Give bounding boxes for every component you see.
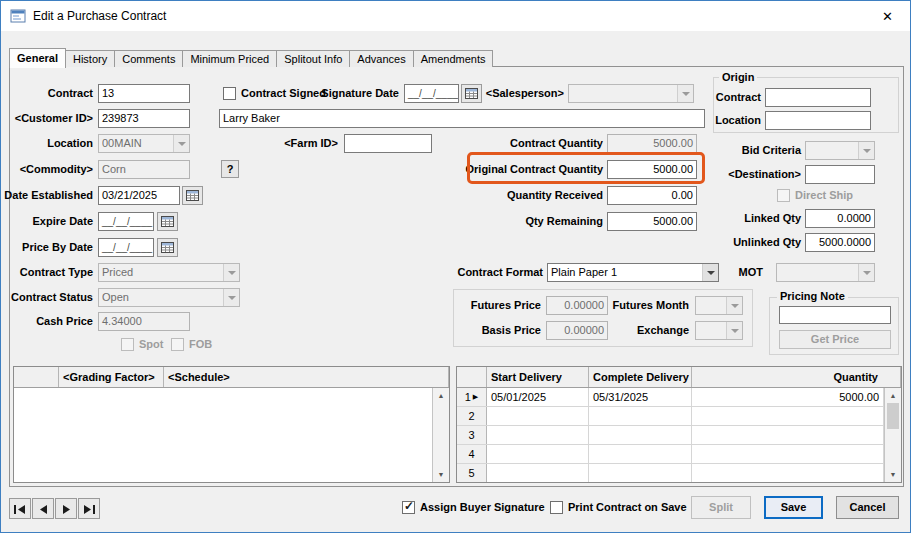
expire-date-input[interactable]: __/__/____ xyxy=(98,212,154,231)
nav-next-icon xyxy=(62,500,71,518)
complete-delivery-cell[interactable] xyxy=(589,407,692,425)
row-header[interactable]: 5 xyxy=(457,464,487,482)
pricing-note-input[interactable] xyxy=(779,306,891,324)
scroll-thumb[interactable] xyxy=(887,403,899,429)
futures-month-label: Futures Month xyxy=(607,296,689,315)
grading-grid-header: <Grading Factor> <Schedule> xyxy=(14,367,449,388)
complete-delivery-cell[interactable]: 05/31/2025 xyxy=(589,388,692,406)
direct-ship-checkbox xyxy=(777,189,790,202)
delivery-row[interactable]: 1▶ 05/01/2025 05/31/2025 5000.00 xyxy=(457,388,884,407)
tab-minimum-priced[interactable]: Minimum Priced xyxy=(182,50,277,67)
nav-next-button[interactable] xyxy=(55,498,77,519)
tab-history[interactable]: History xyxy=(65,50,115,67)
tab-splitout-info[interactable]: Splitout Info xyxy=(276,50,350,67)
origin-contract-input[interactable] xyxy=(765,88,871,107)
scroll-track[interactable] xyxy=(433,403,449,467)
complete-delivery-cell[interactable] xyxy=(589,426,692,444)
expire-date-calendar-button[interactable] xyxy=(157,212,178,231)
tab-comments[interactable]: Comments xyxy=(114,50,183,67)
scroll-up-icon[interactable]: ▲ xyxy=(885,388,901,403)
close-button[interactable]: ✕ xyxy=(865,1,910,31)
contract-input[interactable]: 13 xyxy=(98,84,190,103)
grading-grid-body[interactable] xyxy=(14,388,449,483)
tab-amendments[interactable]: Amendments xyxy=(413,50,494,67)
customer-id-input[interactable]: 239873 xyxy=(98,109,190,128)
delivery-row[interactable]: 4 xyxy=(457,445,884,464)
nav-previous-button[interactable] xyxy=(32,498,54,519)
fob-label: FOB xyxy=(189,337,212,352)
tab-advances[interactable]: Advances xyxy=(349,50,413,67)
customer-name-input[interactable]: Larry Baker xyxy=(219,109,705,128)
location-combobox: 00MAIN xyxy=(98,134,190,153)
nav-first-button[interactable] xyxy=(9,498,31,519)
linked-qty-input[interactable]: 0.0000 xyxy=(805,209,875,228)
tab-general[interactable]: General xyxy=(9,48,66,68)
check-icon: ✓ xyxy=(404,499,414,513)
commodity-help-button[interactable]: ? xyxy=(221,160,239,178)
assign-buyer-signature-checkbox[interactable]: ✓ xyxy=(402,501,415,514)
delivery-row[interactable]: 5 xyxy=(457,464,884,483)
print-contract-on-save-checkbox[interactable] xyxy=(550,501,563,514)
customer-id-label: <Customer ID> xyxy=(0,109,93,128)
delivery-header-complete[interactable]: Complete Delivery xyxy=(589,367,692,387)
scroll-down-icon[interactable]: ▼ xyxy=(433,467,449,482)
row-header[interactable]: 1▶ xyxy=(457,388,487,406)
row-header[interactable]: 4 xyxy=(457,445,487,463)
scroll-up-icon[interactable]: ▲ xyxy=(433,388,449,403)
quantity-cell[interactable] xyxy=(692,407,884,425)
complete-delivery-cell[interactable] xyxy=(589,464,692,482)
contract-format-combobox[interactable]: Plain Paper 1 xyxy=(547,263,719,282)
destination-label: <Destination> xyxy=(713,165,801,184)
start-delivery-cell[interactable] xyxy=(487,407,589,425)
date-established-calendar-button[interactable] xyxy=(182,186,203,205)
signature-date-input[interactable]: __/__/____ xyxy=(404,84,459,103)
grading-header-schedule[interactable]: <Schedule> xyxy=(164,367,449,387)
scroll-track[interactable] xyxy=(885,429,901,467)
unlinked-qty-input[interactable]: 5000.0000 xyxy=(805,233,875,252)
farm-id-input[interactable] xyxy=(344,134,432,153)
quantity-cell[interactable] xyxy=(692,426,884,444)
quantity-received-input[interactable]: 0.00 xyxy=(607,186,697,205)
contract-signed-checkbox[interactable] xyxy=(223,87,236,100)
spot-label: Spot xyxy=(139,337,163,352)
quantity-cell[interactable]: 5000.00 xyxy=(692,388,884,406)
qty-remaining-input[interactable]: 5000.00 xyxy=(607,212,697,231)
delivery-header-start[interactable]: Start Delivery xyxy=(487,367,589,387)
origin-location-input[interactable] xyxy=(765,111,871,130)
start-delivery-cell[interactable] xyxy=(487,464,589,482)
date-established-input[interactable]: 03/21/2025 xyxy=(98,186,180,205)
basis-price-field: 0.00000 xyxy=(546,321,608,340)
nav-last-button[interactable] xyxy=(78,498,100,519)
destination-input[interactable] xyxy=(805,165,875,184)
price-by-date-input[interactable]: __/__/____ xyxy=(98,238,154,257)
save-button[interactable]: Save xyxy=(764,496,823,519)
row-header[interactable]: 3 xyxy=(457,426,487,444)
scroll-down-icon[interactable]: ▼ xyxy=(885,467,901,482)
quantity-cell[interactable] xyxy=(692,464,884,482)
delivery-row[interactable]: 3 xyxy=(457,426,884,445)
original-contract-quantity-input[interactable]: 5000.00 xyxy=(607,160,697,179)
quantity-cell[interactable] xyxy=(692,445,884,463)
cancel-button[interactable]: Cancel xyxy=(836,496,899,519)
delivery-row[interactable]: 2 xyxy=(457,407,884,426)
contract-quantity-label: Contract Quantity xyxy=(456,134,603,153)
start-delivery-cell[interactable] xyxy=(487,426,589,444)
futures-month-combobox xyxy=(695,296,743,315)
row-number: 1 xyxy=(465,388,471,406)
grading-grid-scrollbar[interactable]: ▲ ▼ xyxy=(432,388,449,482)
row-header[interactable]: 2 xyxy=(457,407,487,425)
cash-price-field: 4.34000 xyxy=(98,312,190,331)
grading-header-factor[interactable]: <Grading Factor> xyxy=(59,367,164,387)
signature-date-label: Signature Date xyxy=(313,84,399,103)
delivery-grid[interactable]: Start Delivery Complete Delivery Quantit… xyxy=(456,366,902,483)
start-delivery-cell[interactable]: 05/01/2025 xyxy=(487,388,589,406)
price-by-date-calendar-button[interactable] xyxy=(157,238,178,257)
delivery-header-quantity[interactable]: Quantity xyxy=(692,367,901,387)
calendar-icon xyxy=(465,85,478,103)
start-delivery-cell[interactable] xyxy=(487,445,589,463)
complete-delivery-cell[interactable] xyxy=(589,445,692,463)
grading-grid[interactable]: <Grading Factor> <Schedule> ▲ ▼ xyxy=(13,366,450,483)
chevron-down-icon xyxy=(726,322,742,339)
calendar-icon xyxy=(161,239,174,257)
delivery-grid-scrollbar[interactable]: ▲ ▼ xyxy=(884,388,901,482)
